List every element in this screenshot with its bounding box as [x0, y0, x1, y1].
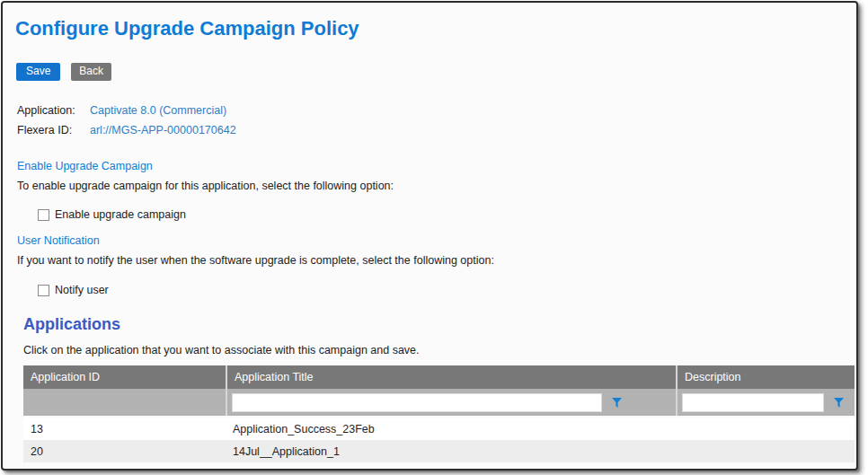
application-label: Application:: [17, 104, 90, 118]
column-header-description[interactable]: Description: [676, 365, 855, 389]
notify-user-checkbox[interactable]: [38, 285, 49, 296]
toolbar: Save Back: [16, 63, 856, 81]
cell-application-id[interactable]: 13: [23, 423, 226, 435]
enable-campaign-description: To enable upgrade campaign for this appl…: [17, 180, 856, 193]
notify-user-checkbox-label: Notify user: [55, 284, 109, 296]
table-filter-row: [23, 389, 855, 416]
user-notification-description: If you want to notify the user when the …: [17, 254, 856, 268]
application-row: Application: Captivate 8.0 (Commercial): [17, 104, 856, 118]
application-info: Application: Captivate 8.0 (Commercial) …: [17, 104, 856, 137]
table-row[interactable]: 20 14Jul__Application_1: [23, 440, 855, 462]
save-button[interactable]: Save: [16, 63, 60, 81]
table-header-row: Application ID Application Title Descrip…: [23, 365, 855, 389]
section-heading-enable-campaign: Enable Upgrade Campaign: [17, 160, 856, 173]
cell-application-title[interactable]: 14Jul__Application_1: [226, 445, 676, 458]
flexera-id-label: Flexera ID:: [17, 124, 90, 137]
applications-table: Application ID Application Title Descrip…: [23, 365, 855, 462]
filter-cell-application-id: [23, 389, 226, 416]
filter-cell-description: [676, 389, 855, 416]
description-filter-icon[interactable]: [833, 397, 845, 409]
column-header-application-title[interactable]: Application Title: [226, 365, 676, 389]
back-button[interactable]: Back: [71, 63, 111, 81]
filter-cell-application-title: [226, 389, 676, 416]
enable-campaign-checkbox-row: Enable upgrade campaign: [38, 208, 856, 221]
enable-campaign-checkbox-label: Enable upgrade campaign: [55, 208, 186, 221]
applications-description: Click on the application that you want t…: [23, 344, 856, 356]
column-header-application-id[interactable]: Application ID: [23, 365, 226, 389]
application-title-filter-icon[interactable]: [611, 397, 623, 409]
applications-heading: Applications: [23, 315, 856, 334]
flexera-id-row: Flexera ID: arl://MGS-APP-00000170642: [17, 124, 856, 137]
section-heading-user-notification: User Notification: [17, 234, 856, 248]
enable-campaign-checkbox[interactable]: [38, 209, 49, 221]
application-link[interactable]: Captivate 8.0 (Commercial): [90, 104, 226, 118]
flexera-id-link[interactable]: arl://MGS-APP-00000170642: [90, 124, 236, 137]
page-container: Configure Upgrade Campaign Policy Save B…: [1, 1, 858, 471]
description-filter-input[interactable]: [682, 393, 824, 412]
table-row[interactable]: 13 Application_Success_23Feb: [23, 418, 855, 440]
page-title: Configure Upgrade Campaign Policy: [15, 17, 856, 40]
notify-user-checkbox-row: Notify user: [38, 284, 856, 296]
cell-application-title[interactable]: Application_Success_23Feb: [226, 423, 676, 435]
cell-application-id[interactable]: 20: [23, 445, 226, 458]
application-title-filter-input[interactable]: [232, 393, 602, 412]
